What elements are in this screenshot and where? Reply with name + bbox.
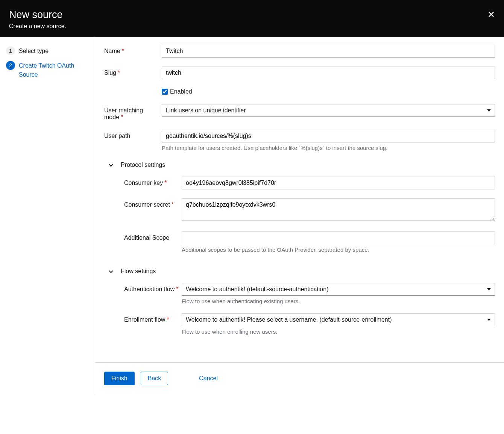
required-indicator: *: [167, 316, 169, 323]
step-number: 1: [6, 46, 15, 55]
close-button[interactable]: ✕: [487, 10, 495, 19]
consumer-secret-label: Consumer secret*: [124, 198, 182, 208]
user-matching-label: User matching mode*: [104, 104, 162, 121]
required-indicator: *: [122, 48, 124, 54]
enrollment-flow-help: Flow to use when enrolling new users.: [182, 328, 495, 335]
name-label: Name*: [104, 45, 162, 54]
chevron-down-icon: [109, 162, 113, 166]
wizard-step-select-type[interactable]: 1 Select type: [6, 46, 89, 56]
cancel-button[interactable]: Cancel: [192, 372, 225, 385]
required-indicator: *: [164, 180, 167, 186]
slug-label: Slug*: [104, 67, 162, 76]
consumer-key-label: Consumer key*: [124, 177, 182, 186]
required-indicator: *: [172, 201, 174, 208]
flow-section-toggle[interactable]: Flow settings: [109, 268, 495, 275]
consumer-secret-input[interactable]: [182, 198, 495, 221]
enabled-checkbox[interactable]: [162, 89, 168, 95]
protocol-section-toggle[interactable]: Protocol settings: [109, 162, 495, 168]
modal-title: New source: [9, 9, 495, 21]
name-input[interactable]: [162, 45, 495, 57]
required-indicator: *: [121, 114, 123, 120]
additional-scope-help: Additional scopes to be passed to the OA…: [182, 246, 495, 253]
consumer-key-input[interactable]: [182, 177, 495, 189]
modal-header: New source Create a new source. ✕: [0, 0, 504, 37]
enabled-label: Enabled: [170, 88, 192, 95]
required-indicator: *: [118, 70, 120, 76]
authentication-flow-select[interactable]: Welcome to authentik! (default-source-au…: [182, 283, 495, 296]
finish-button[interactable]: Finish: [104, 372, 135, 385]
additional-scope-label: Additional Scope: [124, 231, 182, 241]
close-icon: ✕: [487, 9, 495, 20]
step-number: 2: [6, 61, 15, 70]
chevron-down-icon: [487, 288, 491, 290]
authentication-flow-help: Flow to use when authenticating existing…: [182, 298, 495, 304]
chevron-down-icon: [109, 269, 113, 273]
chevron-down-icon: [487, 319, 491, 321]
wizard-sidebar: 1 Select type 2 Create Twitch OAuth Sour…: [0, 37, 95, 394]
enrollment-flow-select[interactable]: Welcome to authentik! Please select a us…: [182, 313, 495, 326]
required-indicator: *: [176, 286, 178, 292]
form-main: Name* Slug* Enabled User matching mode* …: [95, 37, 504, 362]
user-path-input[interactable]: [162, 130, 495, 142]
slug-input[interactable]: [162, 67, 495, 79]
authentication-flow-label: Authentication flow*: [124, 283, 182, 293]
user-path-help: Path template for users created. Use pla…: [162, 145, 495, 151]
user-path-label: User path: [104, 130, 162, 139]
user-matching-select[interactable]: Link users on unique identifier: [162, 104, 495, 117]
step-label: Select type: [19, 46, 49, 56]
wizard-footer: Finish Back Cancel: [95, 362, 504, 394]
modal-subtitle: Create a new source.: [9, 23, 495, 30]
additional-scope-input[interactable]: [182, 231, 495, 244]
back-button[interactable]: Back: [141, 372, 169, 385]
step-label: Create Twitch OAuth Source: [19, 61, 89, 79]
wizard-step-create-source[interactable]: 2 Create Twitch OAuth Source: [6, 61, 89, 79]
enrollment-flow-label: Enrollment flow*: [124, 313, 182, 323]
chevron-down-icon: [487, 109, 491, 112]
